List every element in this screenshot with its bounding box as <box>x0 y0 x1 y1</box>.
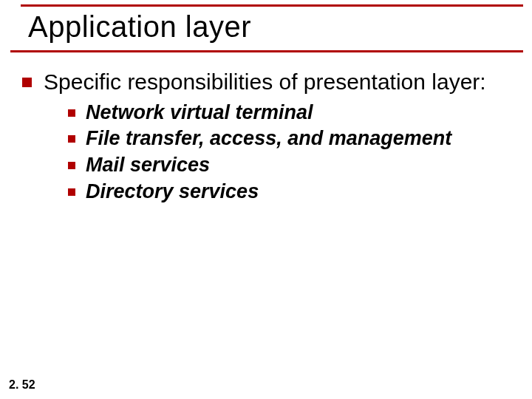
page-title: Application layer <box>28 10 251 44</box>
list-item-text: File transfer, access, and management <box>86 126 451 151</box>
divider-under-title <box>10 50 523 52</box>
content-area: Specific responsibilities of presentatio… <box>22 68 519 206</box>
list-item-text: Mail services <box>86 153 210 178</box>
square-bullet-icon <box>22 78 32 87</box>
page-number: 2. 52 <box>9 378 35 392</box>
list-item-text: Specific responsibilities of presentatio… <box>44 68 486 96</box>
sublist: Network virtual terminal File transfer, … <box>68 100 519 205</box>
square-bullet-icon <box>68 109 75 117</box>
list-item: File transfer, access, and management <box>68 126 519 151</box>
list-item-text: Directory services <box>86 180 259 205</box>
slide: Application layer Specific responsibilit… <box>0 0 532 399</box>
square-bullet-icon <box>68 135 75 143</box>
square-bullet-icon <box>68 188 75 196</box>
square-bullet-icon <box>68 162 75 169</box>
divider-top <box>21 4 523 7</box>
list-item: Specific responsibilities of presentatio… <box>22 68 519 96</box>
list-item: Directory services <box>68 180 519 205</box>
list-item: Network virtual terminal <box>68 100 519 126</box>
list-item-text: Network virtual terminal <box>86 100 313 126</box>
list-item: Mail services <box>68 153 519 178</box>
